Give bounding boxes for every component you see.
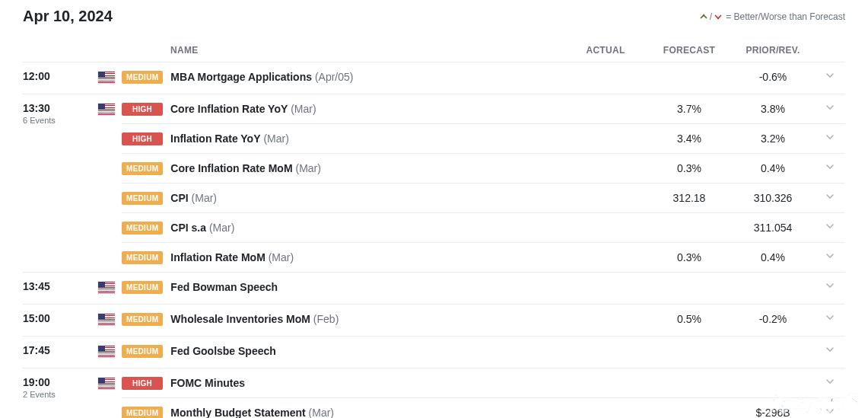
legend-text: = Better/Worse than Forecast [726, 11, 845, 22]
event-row[interactable]: MEDIUMInflation Rate MoM (Mar)0.3%0.4% [122, 242, 845, 272]
worse-icon [714, 12, 723, 21]
event-name-main: Fed Bowman Speech [170, 281, 278, 293]
event-row[interactable]: MEDIUMMonthly Budget Statement (Mar)$-29… [122, 397, 845, 418]
time-cell: 19:002 Events [23, 369, 91, 419]
time-cell: 12:00 [23, 62, 91, 94]
better-icon [699, 12, 708, 21]
event-row[interactable]: MEDIUMMBA Mortgage Applications (Apr/05)… [122, 62, 845, 91]
event-row[interactable]: HIGHCore Inflation Rate YoY (Mar)3.7%3.8… [122, 94, 845, 123]
expand-toggle[interactable] [815, 376, 845, 390]
event-prior: 0.4% [731, 162, 815, 174]
chevron-down-icon [825, 312, 835, 326]
event-row[interactable]: MEDIUMCPI (Mar)312.18310.326 [122, 183, 845, 212]
expand-toggle[interactable] [815, 250, 845, 264]
event-row[interactable]: MEDIUMFed Goolsbe Speech [122, 337, 845, 365]
better-worse-icons: / [699, 11, 723, 22]
event-row[interactable]: HIGHInflation Rate YoY (Mar)3.4%3.2% [122, 123, 845, 153]
event-name-main: CPI s.a [170, 222, 206, 234]
col-prior: PRIOR/REV. [731, 39, 815, 62]
event-name-main: Core Inflation Rate YoY [170, 103, 288, 115]
event-prior: -0.2% [731, 313, 815, 325]
event-forecast: 312.18 [647, 192, 731, 204]
events-cell: HIGHCore Inflation Rate YoY (Mar)3.7%3.8… [122, 94, 845, 273]
event-name: Inflation Rate YoY (Mar) [170, 132, 564, 145]
event-period: (Mar) [309, 407, 334, 418]
events-cell: MEDIUMMBA Mortgage Applications (Apr/05)… [122, 62, 845, 94]
event-name-main: MBA Mortgage Applications [170, 71, 312, 83]
impact-badge: MEDIUM [122, 407, 163, 419]
expand-toggle[interactable] [815, 191, 845, 205]
chevron-down-icon [825, 250, 835, 264]
flag-cell [91, 305, 122, 337]
chevron-down-icon [825, 70, 835, 84]
event-forecast: 3.4% [647, 132, 731, 145]
chevron-down-icon [825, 344, 835, 358]
event-row[interactable]: MEDIUMFed Bowman Speech [122, 273, 845, 302]
expand-toggle[interactable] [815, 344, 845, 358]
events-cell: MEDIUMWholesale Inventories MoM (Feb)0.5… [122, 305, 845, 337]
us-flag-icon [98, 104, 115, 115]
time-group-row: 17:45MEDIUMFed Goolsbe Speech [23, 337, 845, 369]
event-prior: 3.8% [731, 103, 815, 115]
time-group-row: 13:45MEDIUMFed Bowman Speech [23, 273, 845, 305]
time-value: 12:00 [23, 70, 87, 82]
impact-badge: HIGH [122, 377, 163, 390]
event-prior: 310.326 [731, 192, 815, 204]
chevron-down-icon [825, 132, 835, 145]
legend-sep: / [710, 11, 712, 22]
expand-toggle[interactable] [815, 161, 845, 175]
expand-toggle[interactable] [815, 280, 845, 294]
time-group-row: 12:00MEDIUMMBA Mortgage Applications (Ap… [23, 62, 845, 94]
expand-toggle[interactable] [815, 102, 845, 116]
event-name-main: Fed Goolsbe Speech [170, 345, 275, 357]
flag-cell [91, 273, 122, 305]
flag-cell [91, 94, 122, 273]
us-flag-icon [98, 378, 115, 389]
event-name-main: FOMC Minutes [170, 377, 245, 389]
event-period: (Mar) [295, 162, 320, 174]
expand-toggle[interactable] [815, 312, 845, 326]
time-value: 15:00 [23, 312, 87, 324]
time-group-row: 19:002 EventsHIGHFOMC Minutes MEDIUMMont… [23, 369, 845, 419]
chevron-down-icon [825, 376, 835, 390]
event-forecast: 0.5% [647, 313, 731, 325]
time-value: 17:45 [23, 344, 87, 356]
impact-badge: MEDIUM [122, 192, 163, 205]
table-header-row: NAME ACTUAL FORECAST PRIOR/REV. [23, 39, 845, 62]
events-cell: HIGHFOMC Minutes MEDIUMMonthly Budget St… [122, 369, 845, 419]
time-cell: 15:00 [23, 305, 91, 337]
impact-badge: MEDIUM [122, 345, 163, 358]
impact-badge: HIGH [122, 132, 163, 145]
expand-toggle[interactable] [815, 70, 845, 84]
svg-point-0 [703, 14, 704, 15]
event-forecast: 3.7% [647, 103, 731, 115]
event-name-main: Core Inflation Rate MoM [170, 162, 292, 174]
event-name: Fed Goolsbe Speech [170, 345, 564, 357]
impact-badge: HIGH [122, 103, 163, 116]
time-sub: 6 Events [23, 116, 87, 125]
event-name: Core Inflation Rate MoM (Mar) [170, 162, 564, 174]
time-sub: 2 Events [23, 390, 87, 399]
event-name-main: CPI [170, 192, 188, 204]
event-name-main: Inflation Rate YoY [170, 132, 261, 145]
event-period: (Mar) [269, 251, 294, 263]
event-prior: -0.6% [731, 71, 815, 83]
event-name: CPI (Mar) [170, 192, 564, 204]
time-group-row: 13:306 EventsHIGHCore Inflation Rate YoY… [23, 94, 845, 273]
event-row[interactable]: MEDIUMCore Inflation Rate MoM (Mar)0.3%0… [122, 153, 845, 183]
chevron-down-icon [825, 280, 835, 294]
event-name: Core Inflation Rate YoY (Mar) [170, 103, 564, 115]
time-cell: 13:306 Events [23, 94, 91, 273]
event-name: Fed Bowman Speech [170, 281, 564, 293]
event-period: (Mar) [263, 132, 288, 145]
event-row[interactable]: HIGHFOMC Minutes [122, 369, 845, 397]
us-flag-icon [98, 282, 115, 293]
expand-toggle[interactable] [815, 132, 845, 145]
chevron-down-icon [825, 161, 835, 175]
expand-toggle[interactable] [815, 221, 845, 235]
event-row[interactable]: MEDIUMWholesale Inventories MoM (Feb)0.5… [122, 305, 845, 333]
event-row[interactable]: MEDIUMCPI s.a (Mar)311.054 [122, 212, 845, 242]
event-name: CPI s.a (Mar) [170, 222, 564, 234]
time-cell: 13:45 [23, 273, 91, 305]
expand-toggle[interactable] [815, 406, 845, 418]
